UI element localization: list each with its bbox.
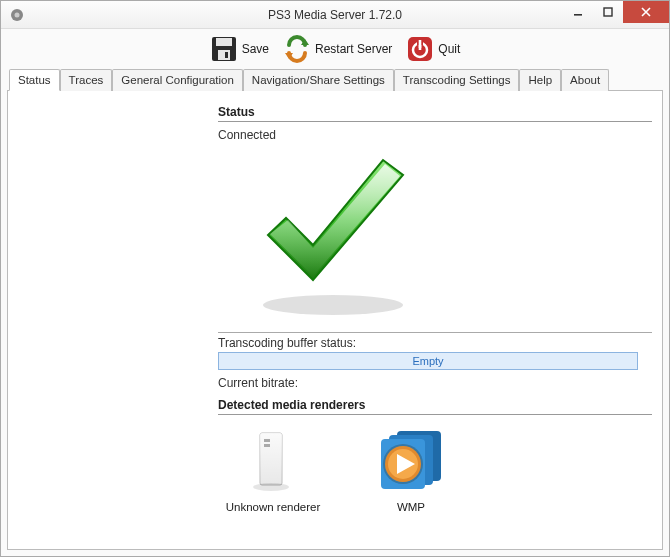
wmp-icon: [371, 425, 451, 495]
app-window: PS3 Media Server 1.72.0 Sav: [0, 0, 670, 557]
restart-label: Restart Server: [315, 42, 392, 56]
quit-label: Quit: [438, 42, 460, 56]
restart-button[interactable]: Restart Server: [279, 33, 396, 65]
renderers-list: Unknown renderer WMP: [218, 425, 652, 513]
toolbar: Save Restart Server: [1, 29, 669, 69]
unknown-renderer-icon: [233, 425, 313, 495]
svg-point-15: [263, 295, 403, 315]
titlebar: PS3 Media Server 1.72.0: [1, 1, 669, 29]
renderer-item: Unknown renderer: [218, 425, 328, 513]
svg-rect-6: [218, 50, 230, 60]
maximize-button[interactable]: [593, 1, 623, 23]
connection-status: Connected: [218, 128, 652, 142]
save-icon: [210, 35, 238, 63]
buffer-status-bar: Empty: [218, 352, 638, 370]
save-label: Save: [242, 42, 269, 56]
tab-help[interactable]: Help: [519, 69, 561, 91]
buffer-status-label: Transcoding buffer status:: [218, 332, 652, 350]
tab-bar: Status Traces General Configuration Navi…: [7, 69, 663, 91]
renderer-label: Unknown renderer: [226, 501, 321, 513]
tab-general-configuration[interactable]: General Configuration: [112, 69, 243, 91]
checkmark-icon: [238, 150, 428, 320]
svg-rect-3: [604, 8, 612, 16]
status-heading: Status: [218, 105, 652, 122]
svg-rect-2: [574, 14, 582, 16]
quit-button[interactable]: Quit: [402, 33, 464, 65]
bitrate-label: Current bitrate:: [218, 376, 652, 390]
tab-about[interactable]: About: [561, 69, 609, 91]
renderers-heading: Detected media renderers: [218, 398, 652, 415]
status-panel: Status Connected: [7, 91, 663, 550]
svg-point-20: [253, 483, 289, 491]
renderer-item: WMP: [356, 425, 466, 513]
svg-rect-7: [225, 52, 228, 58]
svg-rect-17: [260, 433, 282, 485]
close-button[interactable]: [623, 1, 669, 23]
svg-rect-14: [419, 40, 422, 48]
app-icon: [9, 7, 25, 23]
save-button[interactable]: Save: [206, 33, 273, 65]
tab-traces[interactable]: Traces: [60, 69, 113, 91]
svg-rect-18: [264, 439, 270, 442]
status-indicator: [238, 150, 652, 320]
quit-icon: [406, 35, 434, 63]
window-controls: [563, 1, 669, 23]
buffer-status-value: Empty: [412, 355, 443, 367]
svg-point-1: [15, 12, 20, 17]
renderer-label: WMP: [397, 501, 425, 513]
svg-rect-5: [216, 38, 232, 46]
tab-navigation-share[interactable]: Navigation/Share Settings: [243, 69, 394, 91]
tab-status[interactable]: Status: [9, 69, 60, 91]
minimize-button[interactable]: [563, 1, 593, 23]
svg-rect-19: [264, 444, 270, 447]
tab-transcoding-settings[interactable]: Transcoding Settings: [394, 69, 520, 91]
restart-icon: [283, 35, 311, 63]
